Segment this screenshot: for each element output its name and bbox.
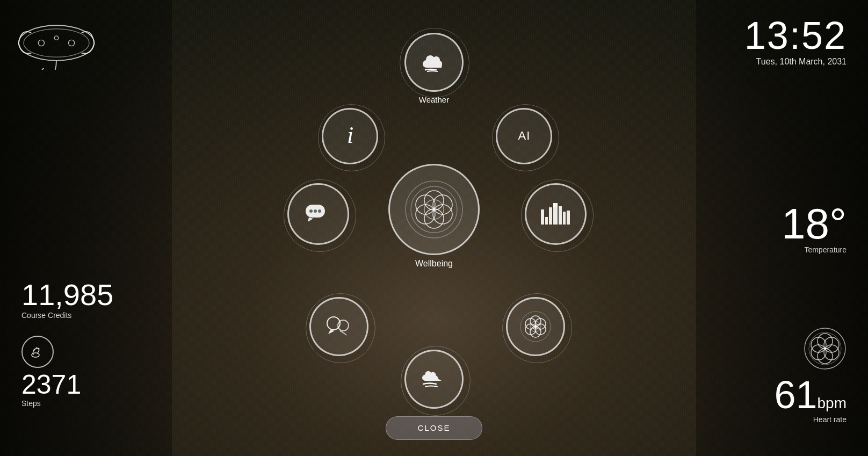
close-label: CLOSE xyxy=(418,423,451,432)
credits-label: Course Credits xyxy=(21,311,113,320)
svg-point-2 xyxy=(38,40,44,46)
credits-value: 11,985 xyxy=(21,280,113,310)
steps-value: 2371 xyxy=(21,371,113,398)
device-icon-panel xyxy=(16,16,97,72)
heart-rate-value: 61 xyxy=(774,373,817,416)
clock-date: Tues, 10th March, 2031 xyxy=(744,57,847,67)
svg-point-3 xyxy=(54,36,59,40)
wellbeing-small-button[interactable] xyxy=(506,297,565,356)
steps-block: 2371 Steps xyxy=(21,336,113,408)
wellbeing-label: Wellbeing xyxy=(415,259,453,269)
temperature-label: Temperature xyxy=(782,245,847,254)
heart-rate-icon xyxy=(804,327,847,370)
music-button[interactable] xyxy=(525,183,587,245)
svg-point-16 xyxy=(38,348,40,350)
svg-point-0 xyxy=(19,25,95,61)
close-button[interactable]: CLOSE xyxy=(386,416,482,440)
weather-button[interactable]: Weather xyxy=(404,33,464,92)
clock-panel: 13:52 Tues, 10th March, 2031 xyxy=(744,16,847,67)
chat-button[interactable] xyxy=(287,183,349,245)
heart-rate-label: Heart rate xyxy=(774,415,847,424)
heart-rate-unit: bpm xyxy=(818,395,847,411)
temperature-panel: 18° Temperature xyxy=(782,202,847,254)
svg-point-4 xyxy=(69,40,75,46)
svg-point-15 xyxy=(36,348,38,349)
wellbeing-center-button[interactable]: Wellbeing xyxy=(388,164,480,255)
ai-button[interactable]: AI xyxy=(496,108,552,164)
svg-point-1 xyxy=(24,29,89,57)
temperature-value: 18° xyxy=(782,202,847,245)
heart-rate-panel: 61bpm Heart rate xyxy=(774,327,847,424)
info-button[interactable]: i xyxy=(322,108,378,164)
svg-point-14 xyxy=(34,349,35,351)
wellbeing-flower-icon xyxy=(404,180,464,239)
social-button[interactable] xyxy=(309,297,368,356)
steps-icon xyxy=(21,336,54,368)
device-svg-icon xyxy=(16,16,97,70)
steps-label: Steps xyxy=(21,399,113,408)
clock-time: 13:52 xyxy=(744,16,847,55)
central-menu: Weather i AI xyxy=(278,33,590,409)
heart-rate-reading: 61bpm xyxy=(774,375,847,414)
weather-label: Weather xyxy=(419,95,449,104)
credits-block: 11,985 Course Credits xyxy=(21,280,113,320)
wind-button[interactable] xyxy=(404,350,464,409)
stats-left-panel: 11,985 Course Credits 2371 Steps xyxy=(21,280,113,424)
